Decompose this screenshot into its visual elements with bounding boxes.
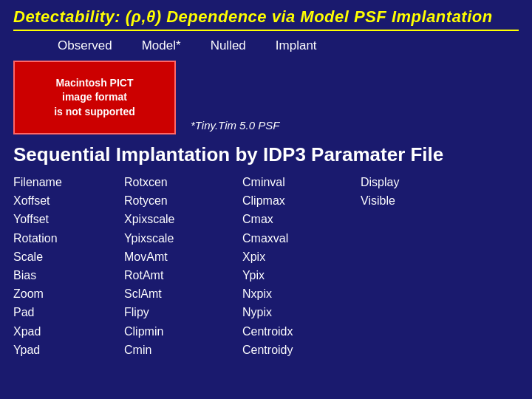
param-item: Ypixscale bbox=[124, 230, 242, 247]
param-item: Clipmax bbox=[242, 192, 361, 209]
param-item: Visible bbox=[361, 192, 449, 209]
param-item: Xoffset bbox=[13, 192, 124, 209]
param-item: Cmax bbox=[242, 211, 361, 228]
param-item: Yoffset bbox=[13, 211, 124, 228]
param-item: Rotation bbox=[13, 230, 124, 247]
param-item: Cminval bbox=[242, 174, 361, 191]
tabs-row: Observed Model* Nulled Implant bbox=[58, 38, 519, 53]
tab-nulled[interactable]: Nulled bbox=[211, 38, 246, 53]
pict-line3: is not supported bbox=[54, 105, 135, 120]
param-item: Filename bbox=[13, 174, 124, 191]
param-col-1: FilenameXoffsetYoffsetRotationScaleBiasZ… bbox=[13, 174, 124, 358]
tab-model[interactable]: Model* bbox=[142, 38, 181, 53]
param-col-3: CminvalClipmaxCmaxCmaxvalXpixYpixNxpixNy… bbox=[242, 174, 361, 358]
sequential-title: Sequential Implantation by IDP3 Paramate… bbox=[13, 143, 519, 166]
params-grid: FilenameXoffsetYoffsetRotationScaleBiasZ… bbox=[13, 174, 519, 358]
param-item: Display bbox=[361, 174, 449, 191]
param-item: Zoom bbox=[13, 285, 124, 302]
param-item: Ypad bbox=[13, 341, 124, 358]
param-item: Bias bbox=[13, 267, 124, 284]
param-item: Scale bbox=[13, 248, 124, 265]
page-title: Detectability: (ρ,θ) Dependence via Mode… bbox=[13, 7, 519, 31]
tiny-tim-area: *Tiny.Tim 5.0 PSF bbox=[183, 61, 279, 134]
pict-line2: image format bbox=[62, 90, 127, 105]
param-col-2: RotxcenRotycenXpixscaleYpixscaleMovAmtRo… bbox=[124, 174, 242, 358]
content-area: Macintosh PICT image format is not suppo… bbox=[13, 61, 519, 134]
param-item: SclAmt bbox=[124, 285, 242, 302]
param-item: Pad bbox=[13, 304, 124, 321]
tab-implant[interactable]: Implant bbox=[276, 38, 317, 53]
param-item: Cmaxval bbox=[242, 230, 361, 247]
param-item: Centroidx bbox=[242, 323, 361, 340]
pict-line1: Macintosh PICT bbox=[55, 76, 133, 91]
tab-observed[interactable]: Observed bbox=[58, 38, 112, 53]
param-item: Centroidy bbox=[242, 341, 361, 358]
page-container: Detectability: (ρ,θ) Dependence via Mode… bbox=[0, 0, 532, 399]
pict-image-box: Macintosh PICT image format is not suppo… bbox=[13, 61, 176, 134]
param-item: RotAmt bbox=[124, 267, 242, 284]
param-item: Rotxcen bbox=[124, 174, 242, 191]
param-item: MovAmt bbox=[124, 248, 242, 265]
param-item: Xpad bbox=[13, 323, 124, 340]
param-col-4: DisplayVisible bbox=[361, 174, 449, 358]
param-item: Cmin bbox=[124, 341, 242, 358]
param-item: Nypix bbox=[242, 304, 361, 321]
param-item: Nxpix bbox=[242, 285, 361, 302]
param-item: Ypix bbox=[242, 267, 361, 284]
param-item: Xpix bbox=[242, 248, 361, 265]
param-item: Flipy bbox=[124, 304, 242, 321]
param-item: Xpixscale bbox=[124, 211, 242, 228]
param-item: Clipmin bbox=[124, 323, 242, 340]
tiny-tim-label: *Tiny.Tim 5.0 PSF bbox=[191, 119, 279, 132]
param-item: Rotycen bbox=[124, 192, 242, 209]
